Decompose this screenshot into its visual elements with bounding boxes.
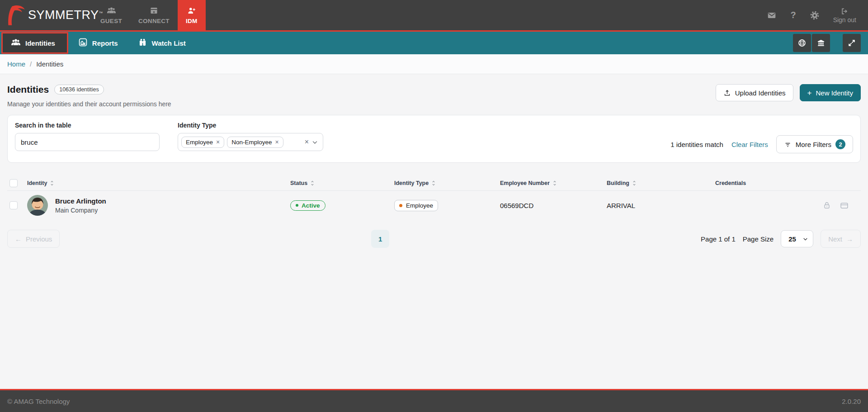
identities-count-badge: 10636 identities	[54, 85, 104, 95]
sort-icon[interactable]	[431, 180, 436, 186]
sign-out-icon	[840, 7, 849, 15]
previous-label: Previous	[26, 235, 52, 243]
upload-identities-button[interactable]: Upload Identities	[716, 84, 793, 101]
new-identity-button[interactable]: + New Identity	[800, 84, 861, 101]
column-header-status: Status	[290, 180, 307, 186]
upload-identities-label: Upload Identities	[735, 89, 786, 97]
identity-name[interactable]: Bruce Arlington	[55, 197, 106, 205]
sign-out-button[interactable]: Sign out	[833, 7, 856, 24]
page-size-select[interactable]: 25	[781, 230, 813, 247]
table-row[interactable]: Bruce Arlington Main Company Active Empl…	[7, 191, 861, 220]
gear-icon[interactable]	[810, 10, 820, 20]
tab-guest[interactable]: GUEST	[92, 0, 130, 30]
building-cell: ARRIVAL	[603, 202, 712, 209]
breadcrumb-current: Identities	[36, 60, 63, 68]
identity-type-badge: Employee	[394, 200, 438, 211]
next-page-button[interactable]: Next →	[821, 230, 861, 248]
card-reader-icon	[149, 6, 159, 15]
nav-item-label: Identities	[25, 39, 55, 47]
column-header-credentials: Credentials	[715, 180, 746, 186]
chevron-down-icon[interactable]	[311, 139, 318, 146]
clear-selection-icon[interactable]: ×	[305, 138, 309, 146]
select-all-checkbox[interactable]	[9, 179, 18, 187]
company-building-button[interactable]	[812, 34, 830, 52]
bank-icon	[816, 38, 826, 47]
filter-summary: 1 identities match Clear Filters More Fi…	[670, 135, 853, 153]
nav-item-watch-list[interactable]: Watch List	[128, 32, 196, 54]
footer: © AMAG Technology 2.0.20	[0, 389, 868, 412]
more-filters-label: More Filters	[796, 141, 831, 148]
region-globe-button[interactable]	[793, 34, 811, 52]
more-filters-button[interactable]: More Filters 2	[776, 135, 853, 153]
tab-connect[interactable]: CONNECT	[130, 0, 178, 30]
version-text: 2.0.20	[842, 398, 861, 405]
next-label: Next	[828, 235, 842, 243]
sign-out-label: Sign out	[833, 16, 856, 24]
tab-label: CONNECT	[138, 18, 170, 24]
search-input[interactable]	[15, 133, 160, 151]
mail-icon[interactable]	[767, 10, 777, 20]
sort-icon[interactable]	[552, 180, 557, 186]
chip-remove-icon[interactable]: ×	[275, 139, 279, 145]
sort-icon[interactable]	[50, 180, 54, 186]
search-label: Search in the table	[15, 122, 160, 129]
product-tabs: GUEST CONNECT	[92, 0, 206, 30]
avatar	[27, 195, 48, 216]
globe-icon	[797, 38, 807, 47]
clear-filters-link[interactable]: Clear Filters	[731, 141, 768, 148]
breadcrumb: Home / Identities	[0, 54, 868, 74]
pagination-controls: Page 1 of 1 Page Size 25 Next →	[701, 230, 861, 248]
status-badge: Active	[290, 200, 326, 211]
main-content: Identities 10636 identities Manage your …	[0, 74, 868, 389]
status-label: Active	[302, 202, 320, 209]
credentials-cell	[822, 201, 861, 210]
users-icon	[107, 6, 116, 15]
app-root: SYMMETRY™ GUEST	[0, 0, 868, 412]
symmetry-logo: SYMMETRY™	[0, 0, 80, 30]
lock-icon[interactable]	[822, 201, 831, 210]
page-numbers: 1	[60, 230, 701, 248]
page-size-label: Page Size	[743, 235, 774, 243]
chip-label: Non-Employee	[231, 139, 272, 146]
top-bar: SYMMETRY™ GUEST	[0, 0, 868, 32]
page-info-text: Page 1 of 1	[701, 235, 736, 243]
identity-type-field-group: Identity Type Employee × Non-Employee × …	[178, 122, 323, 151]
identities-table: Identity Status Id	[7, 175, 861, 220]
expand-arrows-icon	[847, 38, 856, 47]
header-actions: Upload Identities + New Identity	[716, 84, 861, 101]
filters-panel: Search in the table Identity Type Employ…	[7, 115, 861, 163]
upload-icon	[723, 89, 731, 97]
column-header-identity-type: Identity Type	[394, 180, 429, 186]
plus-icon: +	[807, 89, 812, 97]
page-header: Identities 10636 identities Manage your …	[7, 84, 861, 108]
nav-item-label: Watch List	[152, 39, 186, 47]
identity-type-multiselect[interactable]: Employee × Non-Employee × ×	[178, 133, 323, 151]
active-filters-count-badge: 2	[835, 139, 845, 149]
nav-quick-actions	[793, 32, 868, 54]
identity-type-label: Identity Type	[178, 122, 323, 129]
previous-page-button[interactable]: ← Previous	[7, 230, 60, 248]
sort-icon[interactable]	[310, 180, 315, 186]
module-nav: Identities Reports	[0, 32, 868, 54]
identity-type-label: Employee	[406, 202, 433, 209]
match-count-text: 1 identities match	[670, 141, 723, 148]
sort-icon[interactable]	[632, 180, 637, 186]
filter-chip-non-employee: Non-Employee ×	[227, 137, 283, 148]
eagle-logo-icon	[4, 4, 27, 27]
page-number-button[interactable]: 1	[371, 230, 389, 248]
page-title: Identities	[7, 84, 49, 95]
tab-idm[interactable]: IDM	[178, 0, 206, 32]
row-checkbox[interactable]	[9, 201, 18, 209]
status-dot-icon	[296, 204, 298, 207]
fullscreen-button[interactable]	[843, 34, 861, 52]
search-field-group: Search in the table	[15, 122, 160, 151]
chip-remove-icon[interactable]: ×	[216, 139, 220, 145]
nav-item-identities[interactable]: Identities	[1, 32, 68, 54]
users-icon	[11, 38, 21, 49]
breadcrumb-home-link[interactable]: Home	[7, 60, 25, 68]
credential-card-icon[interactable]	[840, 201, 849, 210]
chip-label: Employee	[186, 139, 213, 146]
type-dot-icon	[399, 204, 402, 207]
help-icon[interactable]: ?	[790, 10, 796, 20]
nav-item-reports[interactable]: Reports	[68, 32, 128, 54]
